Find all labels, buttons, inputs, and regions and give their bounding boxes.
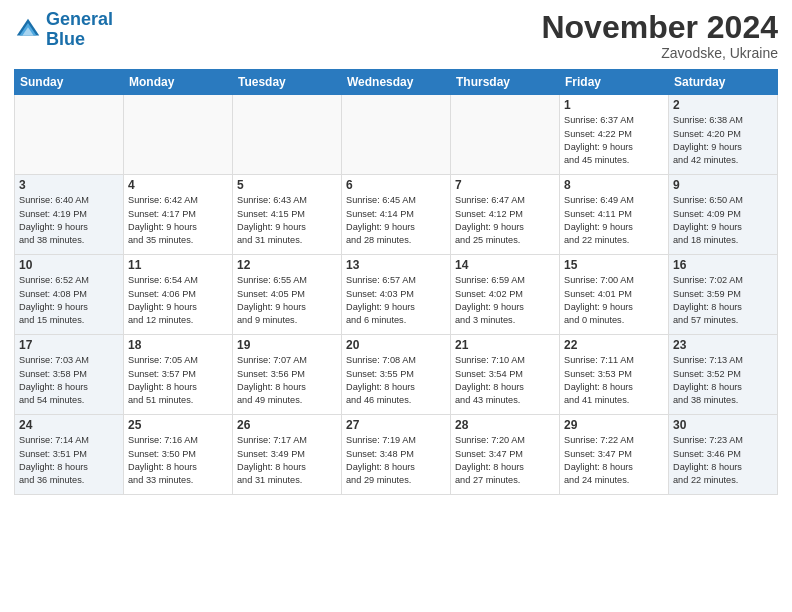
day-cell: 1Sunrise: 6:37 AM Sunset: 4:22 PM Daylig… <box>560 95 669 175</box>
day-info: Sunrise: 6:42 AM Sunset: 4:17 PM Dayligh… <box>128 194 228 247</box>
day-cell: 24Sunrise: 7:14 AM Sunset: 3:51 PM Dayli… <box>15 415 124 495</box>
calendar-table: SundayMondayTuesdayWednesdayThursdayFrid… <box>14 69 778 495</box>
day-cell <box>15 95 124 175</box>
day-number: 1 <box>564 98 664 112</box>
day-info: Sunrise: 6:52 AM Sunset: 4:08 PM Dayligh… <box>19 274 119 327</box>
day-cell: 25Sunrise: 7:16 AM Sunset: 3:50 PM Dayli… <box>124 415 233 495</box>
column-header-wednesday: Wednesday <box>342 70 451 95</box>
week-row-5: 24Sunrise: 7:14 AM Sunset: 3:51 PM Dayli… <box>15 415 778 495</box>
day-info: Sunrise: 6:38 AM Sunset: 4:20 PM Dayligh… <box>673 114 773 167</box>
day-cell <box>451 95 560 175</box>
day-info: Sunrise: 7:11 AM Sunset: 3:53 PM Dayligh… <box>564 354 664 407</box>
day-info: Sunrise: 7:07 AM Sunset: 3:56 PM Dayligh… <box>237 354 337 407</box>
logo: General Blue <box>14 10 113 50</box>
day-info: Sunrise: 7:17 AM Sunset: 3:49 PM Dayligh… <box>237 434 337 487</box>
day-info: Sunrise: 6:40 AM Sunset: 4:19 PM Dayligh… <box>19 194 119 247</box>
day-cell: 27Sunrise: 7:19 AM Sunset: 3:48 PM Dayli… <box>342 415 451 495</box>
column-header-monday: Monday <box>124 70 233 95</box>
day-number: 30 <box>673 418 773 432</box>
day-number: 18 <box>128 338 228 352</box>
day-number: 27 <box>346 418 446 432</box>
day-cell: 26Sunrise: 7:17 AM Sunset: 3:49 PM Dayli… <box>233 415 342 495</box>
day-cell: 16Sunrise: 7:02 AM Sunset: 3:59 PM Dayli… <box>669 255 778 335</box>
day-cell: 8Sunrise: 6:49 AM Sunset: 4:11 PM Daylig… <box>560 175 669 255</box>
day-info: Sunrise: 7:22 AM Sunset: 3:47 PM Dayligh… <box>564 434 664 487</box>
day-info: Sunrise: 6:55 AM Sunset: 4:05 PM Dayligh… <box>237 274 337 327</box>
day-cell: 19Sunrise: 7:07 AM Sunset: 3:56 PM Dayli… <box>233 335 342 415</box>
day-cell <box>342 95 451 175</box>
day-number: 24 <box>19 418 119 432</box>
day-info: Sunrise: 6:54 AM Sunset: 4:06 PM Dayligh… <box>128 274 228 327</box>
logo-icon <box>14 16 42 44</box>
day-cell: 30Sunrise: 7:23 AM Sunset: 3:46 PM Dayli… <box>669 415 778 495</box>
day-number: 7 <box>455 178 555 192</box>
day-cell: 18Sunrise: 7:05 AM Sunset: 3:57 PM Dayli… <box>124 335 233 415</box>
day-cell: 22Sunrise: 7:11 AM Sunset: 3:53 PM Dayli… <box>560 335 669 415</box>
column-header-thursday: Thursday <box>451 70 560 95</box>
day-info: Sunrise: 7:03 AM Sunset: 3:58 PM Dayligh… <box>19 354 119 407</box>
day-number: 15 <box>564 258 664 272</box>
day-cell <box>124 95 233 175</box>
day-number: 17 <box>19 338 119 352</box>
week-row-1: 1Sunrise: 6:37 AM Sunset: 4:22 PM Daylig… <box>15 95 778 175</box>
location: Zavodske, Ukraine <box>541 45 778 61</box>
day-cell: 29Sunrise: 7:22 AM Sunset: 3:47 PM Dayli… <box>560 415 669 495</box>
day-info: Sunrise: 7:16 AM Sunset: 3:50 PM Dayligh… <box>128 434 228 487</box>
day-cell: 17Sunrise: 7:03 AM Sunset: 3:58 PM Dayli… <box>15 335 124 415</box>
day-number: 21 <box>455 338 555 352</box>
day-cell: 9Sunrise: 6:50 AM Sunset: 4:09 PM Daylig… <box>669 175 778 255</box>
day-number: 26 <box>237 418 337 432</box>
day-number: 29 <box>564 418 664 432</box>
day-number: 16 <box>673 258 773 272</box>
week-row-4: 17Sunrise: 7:03 AM Sunset: 3:58 PM Dayli… <box>15 335 778 415</box>
day-cell <box>233 95 342 175</box>
day-info: Sunrise: 7:10 AM Sunset: 3:54 PM Dayligh… <box>455 354 555 407</box>
day-number: 4 <box>128 178 228 192</box>
day-number: 9 <box>673 178 773 192</box>
title-block: November 2024 Zavodske, Ukraine <box>541 10 778 61</box>
day-info: Sunrise: 6:45 AM Sunset: 4:14 PM Dayligh… <box>346 194 446 247</box>
day-info: Sunrise: 6:47 AM Sunset: 4:12 PM Dayligh… <box>455 194 555 247</box>
day-number: 11 <box>128 258 228 272</box>
week-row-3: 10Sunrise: 6:52 AM Sunset: 4:08 PM Dayli… <box>15 255 778 335</box>
day-number: 8 <box>564 178 664 192</box>
day-info: Sunrise: 7:19 AM Sunset: 3:48 PM Dayligh… <box>346 434 446 487</box>
day-cell: 10Sunrise: 6:52 AM Sunset: 4:08 PM Dayli… <box>15 255 124 335</box>
day-cell: 28Sunrise: 7:20 AM Sunset: 3:47 PM Dayli… <box>451 415 560 495</box>
day-number: 23 <box>673 338 773 352</box>
day-info: Sunrise: 6:50 AM Sunset: 4:09 PM Dayligh… <box>673 194 773 247</box>
day-cell: 6Sunrise: 6:45 AM Sunset: 4:14 PM Daylig… <box>342 175 451 255</box>
logo-line1: General <box>46 9 113 29</box>
page: General Blue November 2024 Zavodske, Ukr… <box>0 0 792 612</box>
day-cell: 5Sunrise: 6:43 AM Sunset: 4:15 PM Daylig… <box>233 175 342 255</box>
day-cell: 4Sunrise: 6:42 AM Sunset: 4:17 PM Daylig… <box>124 175 233 255</box>
day-info: Sunrise: 6:49 AM Sunset: 4:11 PM Dayligh… <box>564 194 664 247</box>
day-number: 2 <box>673 98 773 112</box>
day-cell: 13Sunrise: 6:57 AM Sunset: 4:03 PM Dayli… <box>342 255 451 335</box>
day-cell: 12Sunrise: 6:55 AM Sunset: 4:05 PM Dayli… <box>233 255 342 335</box>
day-cell: 3Sunrise: 6:40 AM Sunset: 4:19 PM Daylig… <box>15 175 124 255</box>
day-number: 20 <box>346 338 446 352</box>
day-cell: 7Sunrise: 6:47 AM Sunset: 4:12 PM Daylig… <box>451 175 560 255</box>
day-info: Sunrise: 7:05 AM Sunset: 3:57 PM Dayligh… <box>128 354 228 407</box>
column-header-tuesday: Tuesday <box>233 70 342 95</box>
day-number: 19 <box>237 338 337 352</box>
column-header-sunday: Sunday <box>15 70 124 95</box>
day-number: 28 <box>455 418 555 432</box>
day-cell: 14Sunrise: 6:59 AM Sunset: 4:02 PM Dayli… <box>451 255 560 335</box>
day-number: 14 <box>455 258 555 272</box>
header-row: SundayMondayTuesdayWednesdayThursdayFrid… <box>15 70 778 95</box>
week-row-2: 3Sunrise: 6:40 AM Sunset: 4:19 PM Daylig… <box>15 175 778 255</box>
day-number: 25 <box>128 418 228 432</box>
day-cell: 2Sunrise: 6:38 AM Sunset: 4:20 PM Daylig… <box>669 95 778 175</box>
day-cell: 15Sunrise: 7:00 AM Sunset: 4:01 PM Dayli… <box>560 255 669 335</box>
day-info: Sunrise: 7:08 AM Sunset: 3:55 PM Dayligh… <box>346 354 446 407</box>
day-info: Sunrise: 7:14 AM Sunset: 3:51 PM Dayligh… <box>19 434 119 487</box>
day-number: 10 <box>19 258 119 272</box>
header: General Blue November 2024 Zavodske, Ukr… <box>14 10 778 61</box>
column-header-friday: Friday <box>560 70 669 95</box>
day-info: Sunrise: 6:59 AM Sunset: 4:02 PM Dayligh… <box>455 274 555 327</box>
day-info: Sunrise: 6:57 AM Sunset: 4:03 PM Dayligh… <box>346 274 446 327</box>
day-info: Sunrise: 6:43 AM Sunset: 4:15 PM Dayligh… <box>237 194 337 247</box>
day-cell: 21Sunrise: 7:10 AM Sunset: 3:54 PM Dayli… <box>451 335 560 415</box>
